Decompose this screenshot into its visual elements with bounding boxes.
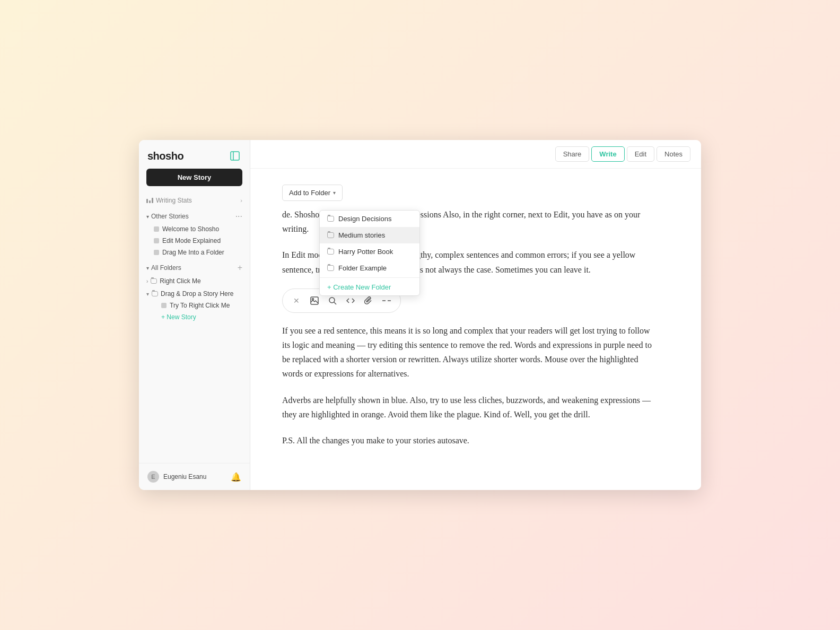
story-edit-mode[interactable]: Edit Mode Explained <box>139 235 250 247</box>
sidebar: shosho New Story Writing Stats <box>139 140 250 490</box>
svg-rect-0 <box>231 152 239 160</box>
dropdown-divider <box>320 277 419 278</box>
chevron-down-icon: ▾ <box>146 265 149 271</box>
folder-icon <box>327 249 334 255</box>
main-content: Share Write Edit Notes Add to Folder ▾ D… <box>250 140 701 490</box>
other-stories-label: ▾ Other Stories <box>146 213 189 220</box>
writing-stats-header[interactable]: Writing Stats › <box>139 194 250 207</box>
story-drag-me[interactable]: Drag Me Into a Folder <box>139 247 250 258</box>
story-doc-icon <box>154 250 159 255</box>
logo: shosho <box>147 150 183 162</box>
folder-icon <box>327 216 334 222</box>
top-bar: Share Write Edit Notes <box>250 140 701 169</box>
other-stories-section: ▾ Other Stories ··· Welcome to Shosho Ed… <box>139 209 250 260</box>
story-doc-icon <box>154 238 159 243</box>
all-folders-header[interactable]: ▾ All Folders + <box>139 260 250 275</box>
user-info: E Eugeniu Esanu <box>147 471 206 483</box>
new-story-button[interactable]: New Story <box>146 169 242 186</box>
dropdown-item-harry-potter[interactable]: Harry Potter Book <box>320 243 419 260</box>
chevron-right-icon: › <box>146 278 148 284</box>
edit-button[interactable]: Edit <box>627 146 654 162</box>
editor-paragraph-5: P.S. All the changes you make to your st… <box>282 433 653 448</box>
avatar: E <box>147 471 159 483</box>
folder-header[interactable]: ▾ Drag & Drop a Story Here <box>139 288 250 300</box>
layout-toggle-icon[interactable] <box>229 150 241 162</box>
folder-header[interactable]: › Right Click Me <box>139 275 250 287</box>
svg-point-4 <box>329 298 335 303</box>
notes-button[interactable]: Notes <box>657 146 690 162</box>
folder-icon <box>327 265 334 271</box>
dropdown-item-medium-stories[interactable]: Medium stories <box>320 227 419 243</box>
more-options-icon[interactable]: ··· <box>235 212 242 221</box>
dropdown-item-folder-example[interactable]: Folder Example <box>320 260 419 276</box>
chevron-down-icon: ▾ <box>146 214 149 220</box>
add-to-folder-container: Add to Folder ▾ Design Decisions Medium … <box>282 185 669 201</box>
dropdown-item-design-decisions[interactable]: Design Decisions <box>320 211 419 227</box>
all-folders-label: ▾ All Folders <box>146 264 181 272</box>
editor-paragraph-3: If you see a red sentence, this means it… <box>282 323 653 381</box>
new-story-link[interactable]: + New Story <box>139 311 250 323</box>
all-folders-section: ▾ All Folders + › Right Click Me ▾ Drag <box>139 260 250 326</box>
dropdown-caret-icon: ▾ <box>333 190 336 196</box>
close-toolbar-button[interactable]: ✕ <box>288 292 305 309</box>
folder-right-click-me: › Right Click Me <box>139 275 250 287</box>
folder-icon <box>151 278 157 284</box>
story-doc-icon <box>154 226 159 232</box>
write-button[interactable]: Write <box>591 146 624 162</box>
sidebar-header: shosho <box>139 140 250 169</box>
username-label: Eugeniu Esanu <box>163 473 206 480</box>
bell-icon[interactable]: 🔔 <box>231 472 241 482</box>
editor-paragraph-4: Adverbs are helpfully shown in blue. Als… <box>282 393 653 422</box>
app-window: shosho New Story Writing Stats <box>139 140 701 490</box>
svg-line-5 <box>334 302 336 304</box>
create-new-folder-item[interactable]: + Create New Folder <box>320 279 419 295</box>
add-to-folder-dropdown[interactable]: Design Decisions Medium stories Harry Po… <box>319 210 420 296</box>
bar-chart-icon <box>146 198 153 203</box>
editor-area[interactable]: Add to Folder ▾ Design Decisions Medium … <box>250 169 701 490</box>
chevron-right-icon: › <box>240 197 242 204</box>
story-try-right-click[interactable]: Try To Right Click Me <box>139 300 250 311</box>
story-doc-icon <box>161 303 167 308</box>
share-button[interactable]: Share <box>555 146 590 162</box>
folder-drag-drop: ▾ Drag & Drop a Story Here Try To Right … <box>139 288 250 323</box>
sidebar-footer: E Eugeniu Esanu 🔔 <box>139 463 250 490</box>
add-to-folder-button[interactable]: Add to Folder ▾ <box>282 185 343 201</box>
story-welcome[interactable]: Welcome to Shosho <box>139 223 250 235</box>
other-stories-header[interactable]: ▾ Other Stories ··· <box>139 209 250 223</box>
chevron-down-icon: ▾ <box>146 291 149 297</box>
writing-stats-label: Writing Stats <box>146 197 192 204</box>
folder-icon <box>327 232 334 238</box>
add-folder-icon[interactable]: + <box>238 263 242 273</box>
folder-icon <box>152 291 158 296</box>
writing-stats-section: Writing Stats › <box>139 194 250 209</box>
